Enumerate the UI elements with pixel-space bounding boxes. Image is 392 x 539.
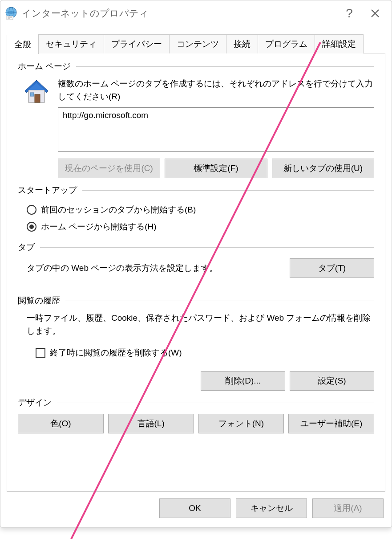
close-button[interactable] xyxy=(362,0,388,26)
divider xyxy=(57,403,374,403)
tab-advanced[interactable]: 詳細設定 xyxy=(315,34,364,53)
homepage-hint: 複数のホーム ページのタブを作成するには、それぞれのアドレスを行で分けて入力して… xyxy=(58,78,374,103)
help-button[interactable]: ? xyxy=(336,0,362,26)
globe-icon xyxy=(4,6,18,20)
tabs-description: タブの中の Web ページの表示方法を設定します。 xyxy=(27,262,281,274)
group-tabs: タブ タブの中の Web ページの表示方法を設定します。 タブ(T) xyxy=(18,241,374,278)
apply-button[interactable]: 適用(A) xyxy=(312,498,384,518)
languages-button[interactable]: 言語(L) xyxy=(108,414,194,433)
group-label-homepage: ホーム ページ xyxy=(18,61,76,72)
group-startup: スタートアップ 前回のセッションのタブから開始する(B) ホーム ページから開始… xyxy=(18,184,374,235)
group-history: 閲覧の履歴 一時ファイル、履歴、Cookie、保存されたパスワード、および We… xyxy=(18,295,374,391)
checkbox-icon xyxy=(36,348,45,358)
check-delete-on-exit[interactable]: 終了時に閲覧の履歴を削除する(W) xyxy=(27,344,374,361)
accessibility-button[interactable]: ユーザー補助(E) xyxy=(288,414,374,433)
radio-start-homepage[interactable]: ホーム ページから開始する(H) xyxy=(18,218,374,235)
group-design: デザイン 色(O) 言語(L) フォント(N) ユーザー補助(E) xyxy=(18,397,374,433)
radio-start-last-session[interactable]: 前回のセッションのタブから開始する(B) xyxy=(18,201,374,218)
svg-rect-10 xyxy=(30,93,34,96)
delete-history-button[interactable]: 削除(D)... xyxy=(201,371,285,391)
tab-general[interactable]: 全般 xyxy=(7,35,39,54)
cancel-button[interactable]: キャンセル xyxy=(236,498,307,518)
tab-content[interactable]: コンテンツ xyxy=(169,34,226,53)
checkbox-label: 終了時に閲覧の履歴を削除する(W) xyxy=(50,347,182,359)
use-default-button[interactable]: 標準設定(F) xyxy=(165,159,267,178)
radio-icon xyxy=(27,205,36,215)
titlebar: インターネットのプロパティ ? xyxy=(0,0,392,26)
fonts-button[interactable]: フォント(N) xyxy=(198,414,284,433)
internet-properties-dialog: インターネットのプロパティ ? 全般 セキュリティ プライバシー コンテンツ 接… xyxy=(0,0,392,528)
tabs-settings-button[interactable]: タブ(T) xyxy=(290,258,374,278)
radio-label: ホーム ページから開始する(H) xyxy=(41,221,157,233)
tab-strip: 全般 セキュリティ プライバシー コンテンツ 接続 プログラム 詳細設定 xyxy=(7,34,385,53)
tab-panel-general: ホーム ページ 複数のホーム ページのタブを作成す xyxy=(7,53,385,492)
use-current-button[interactable]: 現在のページを使用(C) xyxy=(58,159,160,178)
homepage-input[interactable] xyxy=(58,107,374,152)
divider xyxy=(40,247,374,248)
tab-connections[interactable]: 接続 xyxy=(226,34,258,53)
group-homepage: ホーム ページ 複数のホーム ページのタブを作成す xyxy=(18,61,374,178)
tab-privacy[interactable]: プライバシー xyxy=(104,34,170,53)
history-settings-button[interactable]: 設定(S) xyxy=(290,371,374,391)
radio-label: 前回のセッションのタブから開始する(B) xyxy=(41,204,196,216)
house-icon xyxy=(22,78,51,106)
group-label-tabs: タブ xyxy=(18,241,40,253)
tab-programs[interactable]: プログラム xyxy=(258,34,315,53)
tab-security[interactable]: セキュリティ xyxy=(38,34,104,53)
group-label-startup: スタートアップ xyxy=(18,184,82,196)
svg-rect-9 xyxy=(35,94,40,102)
dialog-footer: OK キャンセル 適用(A) xyxy=(0,492,392,526)
group-label-history: 閲覧の履歴 xyxy=(18,295,65,306)
colors-button[interactable]: 色(O) xyxy=(18,414,104,433)
use-newtab-button[interactable]: 新しいタブの使用(U) xyxy=(272,159,374,178)
divider xyxy=(65,301,374,301)
divider xyxy=(82,190,374,191)
window-title: インターネットのプロパティ xyxy=(22,7,336,20)
group-label-design: デザイン xyxy=(18,397,57,408)
radio-icon xyxy=(27,222,36,232)
divider xyxy=(76,66,374,67)
history-description: 一時ファイル、履歴、Cookie、保存されたパスワード、および Web フォーム… xyxy=(27,312,374,337)
ok-button[interactable]: OK xyxy=(159,498,230,518)
